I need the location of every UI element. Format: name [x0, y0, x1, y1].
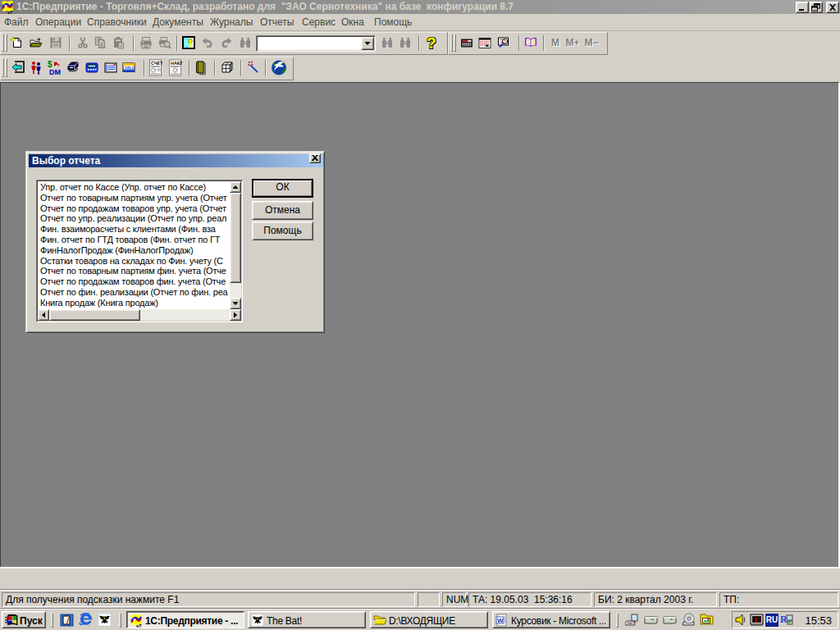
svg-text:!: !	[755, 616, 757, 624]
svg-text:НАКЛ: НАКЛ	[171, 61, 182, 66]
svg-text:DM: DM	[49, 68, 61, 75]
svg-text:W: W	[497, 617, 504, 624]
svg-text:v7: v7	[136, 623, 142, 628]
svg-text:СЧЕТ: СЧЕТ	[151, 61, 162, 66]
svg-text:VISA: VISA	[125, 66, 133, 70]
